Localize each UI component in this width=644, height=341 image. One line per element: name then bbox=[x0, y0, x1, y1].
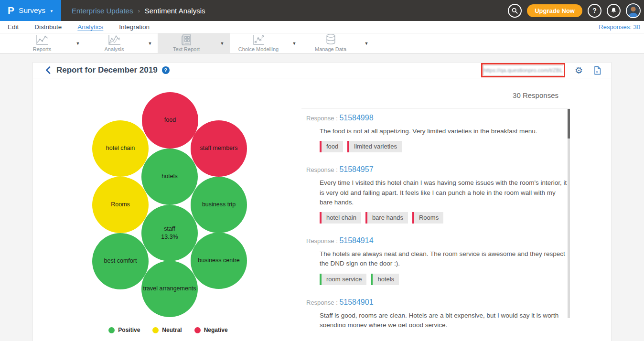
toolbar-item-analysis[interactable]: Analysis bbox=[86, 33, 143, 53]
legend-label: Negative bbox=[204, 327, 228, 333]
response-label-text: Response : bbox=[306, 237, 339, 245]
settings-gear-icon[interactable]: ⚙ bbox=[575, 66, 583, 75]
title-help-button[interactable]: ? bbox=[162, 66, 170, 74]
menu-item-analytics[interactable]: Analytics bbox=[77, 23, 103, 31]
bubble-hotel-chain[interactable]: hotel chain bbox=[92, 120, 149, 177]
toolbar-caret-choice-modelling[interactable]: ▼ bbox=[287, 33, 301, 53]
help-button[interactable]: ? bbox=[588, 4, 601, 18]
response-label-text: Response : bbox=[306, 166, 339, 173]
database-icon bbox=[325, 34, 337, 46]
avatar-photo bbox=[627, 4, 640, 17]
survey-menu-bar: EditDistributeAnalyticsIntegration Respo… bbox=[0, 21, 644, 33]
toolbar-item-text-report[interactable]: Text Report bbox=[158, 33, 215, 53]
legend-item-neutral: Neutral bbox=[152, 327, 182, 333]
response-id-link[interactable]: 51584957 bbox=[339, 165, 373, 173]
product-name: Surveys bbox=[19, 6, 45, 15]
legend-item-negative: Negative bbox=[194, 327, 228, 333]
export-report-button[interactable]: x bbox=[593, 66, 601, 75]
responses-panel-header: 30 Responses bbox=[513, 91, 558, 99]
legend-label: Neutral bbox=[162, 327, 182, 333]
response-label-text: Response : bbox=[306, 115, 339, 122]
toolbar-caret-text-report[interactable]: ▼ bbox=[215, 33, 229, 53]
toolbar-group-reports: Reports▼ bbox=[13, 33, 86, 53]
legend-dot-neutral bbox=[152, 327, 159, 333]
toolbar-caret-analysis[interactable]: ▼ bbox=[143, 33, 157, 53]
bubble-food[interactable]: food bbox=[142, 92, 198, 149]
toolbar-item-manage-data[interactable]: Manage Data bbox=[302, 33, 359, 53]
bubble-staff-members[interactable]: staff members bbox=[191, 120, 247, 177]
upgrade-now-button[interactable]: Upgrade Now bbox=[527, 4, 582, 17]
report-header: Report for December 2019 ? https://qa.qu… bbox=[33, 63, 611, 78]
breadcrumb-separator-icon: › bbox=[138, 7, 140, 14]
response-label: Response : 51584901 bbox=[306, 298, 570, 307]
legend-dot-positive bbox=[108, 327, 115, 333]
response-text: Staff is good, rooms are clean. Hotels a… bbox=[320, 311, 569, 328]
toolbar-group-text-report: Text Report▼ bbox=[158, 33, 230, 53]
export-file-icon: x bbox=[593, 66, 601, 75]
menu-item-integration[interactable]: Integration bbox=[119, 23, 150, 31]
toolbar-item-reports[interactable]: Reports bbox=[13, 33, 71, 53]
responses-scrollbar-thumb[interactable] bbox=[568, 109, 570, 139]
response-tags: foodlimited varieties bbox=[320, 141, 570, 152]
report-body: foodhotel chainstaff membershotelsRoomsb… bbox=[33, 78, 611, 341]
bubble-business-centre[interactable]: business centre bbox=[191, 233, 247, 289]
legend-label: Positive bbox=[118, 327, 140, 333]
report-url-field[interactable]: https://qa.questionpro.com/t/ZBL bbox=[483, 65, 563, 75]
bubble-travel-arrangements[interactable]: travel arrangements bbox=[141, 261, 198, 317]
response-id-link[interactable]: 51584901 bbox=[339, 298, 373, 306]
response-item: Response : 51584998The food is not at al… bbox=[306, 114, 570, 160]
responses-count: Responses: 30 bbox=[599, 23, 640, 31]
choice-modelling-icon bbox=[252, 34, 265, 46]
bubble-hotels[interactable]: hotels bbox=[141, 149, 198, 205]
responses-scrollbar-track[interactable] bbox=[568, 109, 570, 318]
response-label-text: Response : bbox=[306, 299, 339, 306]
sentiment-tag-room-service: room service bbox=[320, 274, 366, 285]
response-tags: room servicehotels bbox=[320, 274, 570, 285]
bubble-rooms[interactable]: Rooms bbox=[92, 177, 149, 233]
red-highlight-annotation: https://qa.questionpro.com/t/ZBL bbox=[481, 63, 565, 77]
response-id-link[interactable]: 51584998 bbox=[339, 114, 373, 122]
toolbar-group-manage-data: Manage Data▼ bbox=[302, 33, 374, 53]
question-mark-icon: ? bbox=[592, 7, 597, 14]
response-label: Response : 51584957 bbox=[306, 165, 570, 174]
questionpro-logo: P bbox=[8, 5, 14, 16]
sentiment-tag-bare-hands: bare hands bbox=[365, 212, 408, 224]
analysis-chart-icon bbox=[107, 34, 121, 46]
response-id-link[interactable]: 51584914 bbox=[339, 236, 373, 245]
toolbar-item-label: Text Report bbox=[173, 46, 200, 52]
menu-item-distribute[interactable]: Distribute bbox=[34, 23, 62, 31]
back-button[interactable] bbox=[45, 66, 51, 74]
bubble-label: hotels bbox=[161, 172, 177, 181]
toolbar-item-label: Reports bbox=[33, 46, 52, 52]
menu-item-edit[interactable]: Edit bbox=[8, 23, 19, 31]
bubble-label: best comfort bbox=[104, 257, 137, 266]
breadcrumb: Enterprise Updates › Sentiment Analysis bbox=[72, 7, 205, 15]
search-button[interactable] bbox=[508, 4, 522, 18]
chevron-left-icon bbox=[45, 66, 51, 74]
sentiment-tag-hotel-chain: hotel chain bbox=[320, 212, 361, 224]
report-card: Report for December 2019 ? https://qa.qu… bbox=[32, 62, 612, 341]
toolbar-item-choice-modelling[interactable]: Choice Modelling bbox=[230, 33, 287, 53]
user-avatar[interactable] bbox=[626, 3, 641, 18]
toolbar-caret-reports[interactable]: ▼ bbox=[71, 33, 85, 53]
sentiment-tag-food: food bbox=[320, 141, 343, 152]
legend-item-positive: Positive bbox=[108, 327, 140, 333]
toolbar-item-label: Analysis bbox=[105, 46, 124, 52]
product-switcher[interactable]: P Surveys ▼ bbox=[0, 0, 61, 21]
sentiment-tag-hotels: hotels bbox=[371, 274, 399, 285]
search-icon bbox=[511, 7, 518, 14]
breadcrumb-survey-name[interactable]: Enterprise Updates bbox=[72, 7, 133, 15]
bubble-best-comfort[interactable]: best comfort bbox=[92, 233, 149, 289]
topbar-actions: Upgrade Now ? bbox=[508, 3, 644, 18]
response-item: Response : 51584957Every time I visited … bbox=[306, 165, 570, 231]
report-url-text: https://qa.questionpro.com/t/ZBL bbox=[483, 67, 563, 73]
top-navigation-bar: P Surveys ▼ Enterprise Updates › Sentime… bbox=[0, 0, 644, 21]
bubble-business-trip[interactable]: business trip bbox=[191, 177, 247, 233]
page-background: Report for December 2019 ? https://qa.qu… bbox=[0, 53, 644, 341]
breadcrumb-current-page: Sentiment Analysis bbox=[145, 7, 205, 15]
bubble-label: business trip bbox=[202, 201, 236, 209]
response-tags: hotel chainbare handsRooms bbox=[320, 212, 570, 224]
notifications-button[interactable] bbox=[607, 4, 621, 18]
toolbar-caret-manage-data[interactable]: ▼ bbox=[359, 33, 374, 53]
bubble-staff[interactable]: staff13.3% bbox=[141, 205, 198, 261]
